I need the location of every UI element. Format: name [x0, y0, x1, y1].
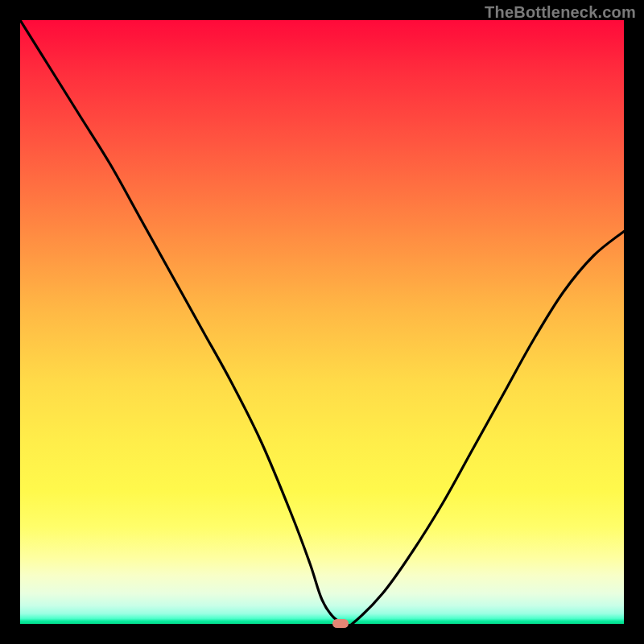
chart-frame: TheBottleneck.com [0, 0, 644, 644]
watermark-text: TheBottleneck.com [485, 3, 636, 22]
bottleneck-curve [20, 20, 624, 624]
optimal-marker [332, 619, 349, 628]
plot-area [20, 20, 624, 624]
